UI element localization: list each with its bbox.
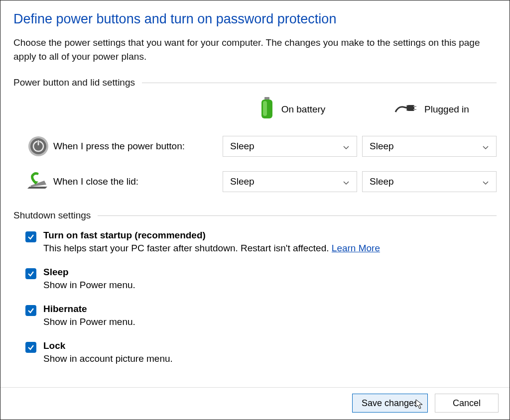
svg-rect-2	[263, 101, 267, 116]
checkbox-sleep[interactable]	[25, 268, 36, 279]
svg-rect-0	[264, 97, 269, 100]
lock-title: Lock	[43, 340, 497, 351]
dropdown-lid-battery[interactable]: Sleep	[223, 171, 357, 192]
chevron-down-icon	[343, 178, 350, 185]
page-title: Define power buttons and turn on passwor…	[13, 11, 497, 27]
section-shutdown-label: Shutdown settings	[13, 210, 91, 221]
section-shutdown-header: Shutdown settings	[13, 210, 497, 221]
dropdown-power-battery[interactable]: Sleep	[223, 136, 357, 157]
fast-startup-sub: This helps start your PC faster after sh…	[43, 243, 497, 254]
svg-rect-5	[413, 109, 416, 110]
chevron-down-icon	[482, 178, 489, 185]
row-close-lid-label: When I close the lid:	[53, 176, 223, 187]
svg-rect-3	[407, 105, 414, 111]
lid-icon	[23, 172, 53, 192]
battery-icon	[259, 97, 274, 121]
svg-rect-4	[413, 106, 416, 107]
chevron-down-icon	[343, 143, 350, 150]
col-header-plugged-label: Plugged in	[424, 104, 469, 115]
divider	[142, 83, 497, 83]
cancel-button[interactable]: Cancel	[435, 394, 499, 413]
col-header-battery-label: On battery	[281, 104, 326, 115]
hibernate-title: Hibernate	[43, 304, 497, 315]
checkbox-hibernate[interactable]	[25, 305, 36, 316]
fast-startup-title: Turn on fast startup (recommended)	[43, 230, 497, 241]
learn-more-link[interactable]: Learn More	[332, 243, 380, 253]
dropdown-power-plugged[interactable]: Sleep	[362, 136, 497, 157]
dropdown-power-plugged-value: Sleep	[370, 141, 394, 152]
dropdown-lid-plugged-value: Sleep	[370, 176, 394, 187]
divider	[98, 215, 497, 216]
lock-sub: Show in account picture menu.	[43, 353, 497, 364]
dropdown-lid-plugged[interactable]: Sleep	[362, 171, 497, 192]
dropdown-lid-battery-value: Sleep	[230, 176, 255, 187]
cursor-icon	[415, 399, 423, 410]
sleep-sub: Show in Power menu.	[43, 280, 497, 291]
col-header-battery: On battery	[223, 97, 362, 121]
checkbox-fast-startup[interactable]	[25, 231, 36, 242]
page-description: Choose the power settings that you want …	[13, 36, 497, 63]
footer: Save changes Cancel	[0, 387, 510, 420]
checkbox-lock[interactable]	[25, 342, 36, 353]
power-button-icon	[23, 135, 53, 157]
save-button[interactable]: Save changes	[352, 394, 428, 413]
sleep-title: Sleep	[43, 267, 497, 278]
hibernate-sub: Show in Power menu.	[43, 316, 497, 327]
chevron-down-icon	[482, 143, 489, 150]
dropdown-power-battery-value: Sleep	[230, 141, 255, 152]
section-power-lid-header: Power button and lid settings	[13, 77, 497, 88]
row-power-button-label: When I press the power button:	[53, 141, 223, 152]
section-power-lid-label: Power button and lid settings	[13, 77, 135, 88]
col-header-plugged: Plugged in	[362, 101, 502, 117]
plug-icon	[394, 101, 417, 117]
